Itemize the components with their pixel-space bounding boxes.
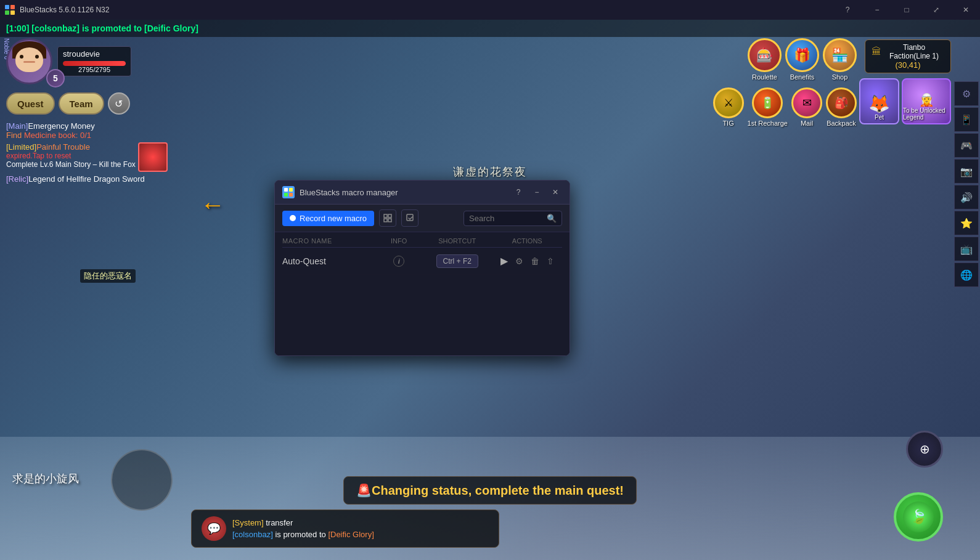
- pet-button[interactable]: 🦊 Pet: [859, 78, 899, 124]
- modal-body: MACRO NAME INFO SHORTCUT ACTIONS Auto-Qu…: [275, 232, 570, 355]
- macro-shortcut-col: Ctrl + F2: [422, 254, 492, 268]
- restore-button[interactable]: □: [892, 0, 921, 20]
- share-button[interactable]: ↺: [108, 92, 130, 115]
- roulette-button[interactable]: 🎰 Roulette: [748, 38, 782, 81]
- shop-button[interactable]: 🏪 Shop: [823, 38, 857, 81]
- svg-rect-11: [388, 219, 391, 222]
- expired-text: expired.Tap to reset: [6, 152, 136, 160]
- search-input[interactable]: [469, 214, 543, 223]
- modal-titlebar: BlueStacks macro manager ? − ✕: [275, 181, 570, 205]
- quest-item-main: [Main]Emergency Money Find Medicine book…: [6, 121, 191, 140]
- player-hp-bar: [63, 61, 126, 66]
- benefits-button[interactable]: 🎁 Benefits: [785, 38, 819, 81]
- shortcut-badge: Ctrl + F2: [436, 254, 478, 268]
- quest-item-icon: [138, 142, 168, 172]
- share-macro-button[interactable]: ⇧: [545, 255, 555, 267]
- green-btn-inner: 🍃: [903, 501, 934, 532]
- sidebar-icon-5[interactable]: 🔊: [954, 185, 979, 209]
- col-shortcut: SHORTCUT: [422, 237, 492, 245]
- center-area-text: 谦虚的花祭夜: [453, 164, 527, 179]
- macro-manager-modal[interactable]: BlueStacks macro manager ? − ✕ Record ne…: [274, 180, 570, 356]
- direction-arrow: ←: [200, 191, 225, 219]
- macro-row-auto-quest: Auto-Quest i Ctrl + F2 ▶ ⚙ 🗑 ⇧: [282, 248, 562, 275]
- help-button[interactable]: ?: [833, 0, 862, 20]
- toolbar-icon-btn-2[interactable]: [401, 209, 419, 227]
- sidebar-icon-7[interactable]: 📺: [954, 237, 979, 261]
- app-title: BlueStacks 5.6.0.1126 N32: [20, 6, 833, 14]
- search-icon: 🔍: [547, 214, 557, 223]
- team-button[interactable]: Team: [59, 92, 104, 115]
- modal-toolbar: Record new macro: [275, 205, 570, 232]
- joystick[interactable]: [111, 449, 173, 511]
- macro-actions-col: ▶ ⚙ 🗑 ⇧: [492, 254, 563, 268]
- macro-info-col: i: [375, 256, 422, 267]
- minimize-button[interactable]: −: [863, 0, 891, 20]
- quest-button[interactable]: Quest: [6, 92, 55, 115]
- delete-button[interactable]: 🗑: [529, 255, 541, 267]
- toolbar-icon-btn-1[interactable]: [379, 209, 396, 227]
- chat-action: transfer: [266, 518, 293, 527]
- player-hp-text: 2795/2795: [63, 66, 126, 73]
- chat-rank: [Deific Glory]: [328, 530, 374, 539]
- settings-button[interactable]: ⚙: [514, 255, 525, 267]
- svg-rect-10: [384, 219, 387, 222]
- recharge-button[interactable]: 🔋 1st Recharge: [748, 87, 788, 127]
- quest-subtitle: Find Medicine book: 0/1: [6, 131, 191, 140]
- modal-window-controls: ? − ✕: [512, 185, 562, 199]
- player-avatar-container: 5: [6, 38, 52, 84]
- quest-list: [Main]Emergency Money Find Medicine book…: [6, 121, 191, 186]
- chat-text: [System] transfer [colsonbaz] is promote…: [232, 517, 374, 541]
- titlebar: BlueStacks 5.6.0.1126 N32 ? − □ ⤢ ✕: [0, 0, 980, 20]
- window-controls: ? − □ ⤢ ✕: [833, 0, 980, 20]
- legend-button[interactable]: 🧝 To be Unlocked Legend: [902, 78, 951, 124]
- player-avatar[interactable]: [6, 38, 52, 84]
- sidebar-icon-6[interactable]: ⭐: [954, 211, 979, 235]
- search-box[interactable]: 🔍: [463, 211, 562, 226]
- svg-rect-7: [289, 193, 293, 197]
- tig-button[interactable]: ⚔ TIG: [713, 87, 744, 127]
- hud-buttons-2: ⚔ TIG 🔋 1st Recharge ✉ Mail 🎒 Backpack: [713, 87, 857, 127]
- chat-avatar: 💬: [202, 516, 226, 541]
- compass[interactable]: ⊕: [906, 431, 943, 468]
- svg-rect-1: [10, 5, 15, 9]
- hud-buttons: 🎰 Roulette 🎁 Benefits 🏪 Shop: [748, 38, 857, 81]
- maximize-button[interactable]: ⤢: [922, 0, 950, 20]
- info-icon[interactable]: i: [393, 256, 404, 267]
- faction-coords: (30,41): [872, 60, 944, 70]
- sidebar-icon-1[interactable]: ⚙: [954, 81, 979, 106]
- modal-title-text: BlueStacks macro manager: [300, 188, 398, 197]
- chat-actor: [colsonbaz]: [232, 530, 273, 539]
- backpack-button[interactable]: 🎒 Backpack: [826, 87, 857, 127]
- sidebar-icon-2[interactable]: 📱: [954, 107, 979, 132]
- sidebar-icon-4[interactable]: 📷: [954, 159, 979, 184]
- player-panel: 5 stroudevie 2795/2795: [6, 38, 131, 84]
- modal-close-button[interactable]: ✕: [549, 185, 562, 199]
- npc-name-tag: 隐任的恶寇名: [80, 269, 136, 283]
- action-buttons: Quest Team ↺: [6, 92, 130, 115]
- close-button[interactable]: ✕: [952, 0, 980, 20]
- record-macro-button[interactable]: Record new macro: [282, 211, 374, 226]
- chat-system-label: [System]: [232, 518, 264, 527]
- green-action-button[interactable]: 🍃: [894, 492, 943, 542]
- modal-minimize-button[interactable]: −: [530, 185, 544, 199]
- mail-button[interactable]: ✉ Mail: [791, 87, 822, 127]
- svg-rect-2: [5, 10, 9, 15]
- sidebar-icon-8[interactable]: 🌐: [954, 262, 979, 287]
- chinese-bottom-left: 求是的小旋风: [12, 471, 79, 486]
- svg-rect-0: [5, 5, 9, 9]
- play-button[interactable]: ▶: [499, 254, 509, 268]
- system-chat: 💬 [System] transfer [colsonbaz] is promo…: [191, 509, 499, 548]
- app-logo-icon: [0, 0, 20, 20]
- modal-help-button[interactable]: ?: [512, 185, 525, 199]
- faction-name: Tianbo Faction(Line 1): [884, 43, 944, 60]
- svg-rect-3: [10, 10, 15, 15]
- quest-item-relic: [Relic]Legend of Hellfire Dragon Sword: [6, 174, 191, 184]
- bottom-message: 🚨Changing status, complete the main ques…: [343, 476, 637, 505]
- col-macro-name: MACRO NAME: [282, 237, 375, 245]
- player-info-box: stroudevie 2795/2795: [57, 46, 131, 76]
- chat-promotion: is promoted to: [275, 530, 328, 539]
- sidebar-icon-3[interactable]: 🎮: [954, 133, 979, 158]
- player-name: stroudevie: [63, 49, 126, 59]
- faction-info: 🏛 Tianbo Faction(Line 1) (30,41): [865, 39, 951, 73]
- announcement-text: [1:00] [colsonbaz] is promoted to [Deifi…: [6, 23, 198, 33]
